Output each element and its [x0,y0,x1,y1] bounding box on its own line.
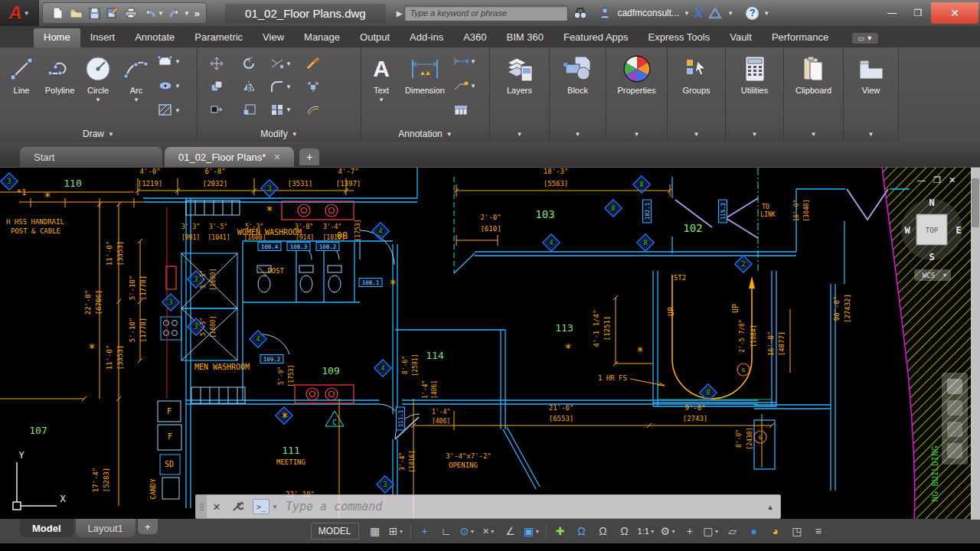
open-file-icon[interactable] [69,6,83,20]
dimension-dropdown-icon[interactable]: ▼ [470,58,476,65]
polyline-button[interactable]: Polyline [41,51,78,122]
ribbon-tab-featured-apps[interactable]: Featured Apps [554,28,639,47]
clipboard-button[interactable]: Clipboard [789,51,839,122]
annotation-monitor-icon[interactable]: + [680,523,700,540]
search-collapse-icon[interactable]: ▶ [397,9,403,18]
ribbon-tab-output[interactable]: Output [350,28,400,47]
properties-button[interactable]: Properties [609,51,664,122]
offset-icon[interactable] [306,103,320,116]
help-icon[interactable]: ? [746,7,759,20]
command-line[interactable]: ⣿ ✕ >_ ▼ Type a command ▲ [195,494,781,519]
ribbon-tab-vault[interactable]: Vault [720,28,762,47]
viewcube-top-label[interactable]: TOP [926,227,939,234]
panel-title-modify[interactable]: Modify▼ [198,126,361,142]
viewcube-north[interactable]: N [929,197,934,208]
application-menu-button[interactable]: A ▼ [0,0,39,26]
command-line-wrench-icon[interactable] [227,495,248,518]
mirror-icon[interactable] [242,80,256,93]
panel-title-properties[interactable]: ▼ [606,126,667,142]
ribbon-tab-bim-360[interactable]: BIM 360 [497,28,554,47]
file-tab-drawing[interactable]: 01_02_Floor Plans*✕ [165,147,294,167]
circle-dropdown-icon[interactable]: ▼ [95,96,101,103]
isodraft-icon[interactable]: ×▼ [479,523,499,540]
search-binoculars-icon[interactable] [573,5,588,21]
text-button[interactable]: A Text ▼ [364,51,398,122]
annotation-scale-value[interactable]: 1:1▼ [636,523,657,540]
workspace-gear-icon[interactable]: ⚙▼ [658,523,678,540]
leader-dropdown-icon[interactable]: ▼ [470,83,476,90]
panel-title-layers[interactable]: ▼ [490,126,549,142]
exchange-apps-icon[interactable]: X [694,5,703,21]
ribbon-tab-view[interactable]: View [253,28,294,47]
utilities-button[interactable]: Utilities [730,51,779,122]
redo-icon[interactable] [168,6,182,20]
wcs-label[interactable]: WCS [923,272,935,279]
dimension-button[interactable]: Dimension [400,51,450,122]
panel-title-view[interactable]: ▼ [844,126,898,142]
groups-button[interactable]: Groups [672,51,721,122]
stretch-icon[interactable] [210,104,224,115]
scale-icon[interactable] [242,103,256,116]
ellipse-icon[interactable] [158,78,173,93]
undo-icon[interactable] [142,6,156,20]
file-tab-start[interactable]: Start [20,147,162,167]
trim-icon[interactable]: ▼ [270,58,292,69]
ribbon-tab-express-tools[interactable]: Express Tools [639,28,720,47]
performance-analyzer-icon[interactable]: ◕ [766,523,786,540]
save-as-icon[interactable] [106,6,119,20]
viewport-minimize-icon[interactable]: — [917,175,926,185]
undo-dropdown-icon[interactable]: ▼ [158,10,164,17]
ortho-icon[interactable]: ∟ [436,523,456,540]
search-input[interactable]: Type a keyword or phrase [404,5,568,21]
new-file-icon[interactable] [51,6,64,20]
array-icon[interactable]: ▼ [270,103,292,116]
ribbon-tab-insert[interactable]: Insert [80,28,126,47]
floor-plan-drawing[interactable]: 108.4108.3108.2108.1109.2111.1102.1115.2… [0,168,980,520]
grid-icon[interactable]: ▦ [365,523,385,540]
viewcube-east[interactable]: E [956,225,961,236]
ribbon-tab-home[interactable]: Home [34,28,80,47]
sign-in-area[interactable]: cadfmconsult... ▼ X ▼ ? ▼ [597,5,769,21]
ribbon-tab-performance[interactable]: Performance [762,28,838,47]
polar-tracking-icon[interactable]: ⊙▼ [458,523,478,540]
fillet-icon[interactable]: ▼ [270,80,292,93]
model-space-toggle[interactable]: MODEL [311,523,359,540]
chevron-down-icon[interactable]: ▼ [650,529,655,534]
snap-icon[interactable]: ⊞▼ [387,523,407,540]
isolate-objects-icon[interactable]: ▱ [723,523,743,540]
arc-button[interactable]: Arc ▼ [118,51,155,122]
table-icon[interactable] [453,103,469,118]
panel-title-groups[interactable]: ▼ [668,126,725,142]
plot-icon[interactable] [124,6,138,20]
ribbon-tab-parametric[interactable]: Parametric [185,28,253,47]
leader-icon[interactable] [453,78,469,93]
ribbon-tab-a360[interactable]: A360 [453,28,496,47]
chevron-down-icon[interactable]: ▼ [469,529,475,534]
lineweight-icon[interactable]: ✚ [550,523,570,540]
new-drawing-tab-button[interactable]: + [299,148,319,165]
restore-button[interactable]: ❐ [905,3,931,23]
new-layout-button[interactable]: + [138,519,158,534]
drawing-canvas[interactable]: 108.4108.3108.2108.1109.2111.1102.1115.2… [0,167,980,520]
rectangle-dropdown-icon[interactable]: ▼ [175,58,181,65]
circle-button[interactable]: Circle ▼ [80,51,116,122]
signin-username[interactable]: cadfmconsult... [617,8,679,18]
canvas-scrollbar[interactable] [971,168,980,520]
scrollbar-thumb[interactable] [972,178,979,227]
hatch-icon[interactable] [158,103,173,118]
close-button[interactable]: ✕ [931,2,978,24]
dynamic-input-icon[interactable]: + [415,523,435,540]
viewport-restore-icon[interactable]: ❐ [933,175,941,185]
clean-screen-icon[interactable]: ◳ [787,523,807,540]
panel-title-clipboard[interactable]: ▼ [784,126,843,142]
panel-title-block[interactable]: ▼ [550,126,606,142]
help-dropdown-icon[interactable]: ▼ [763,10,769,17]
chevron-down-icon[interactable]: ▼ [398,529,403,534]
command-dropdown-icon[interactable]: ▼ [272,504,278,510]
chevron-down-icon[interactable]: ▼ [534,529,540,534]
minimize-button[interactable]: — [879,3,905,23]
line-button[interactable]: Line [3,51,40,122]
chevron-down-icon[interactable]: ▼ [490,529,495,534]
command-line-grip[interactable]: ⣿ [196,495,207,518]
viewcube-south[interactable]: S [929,252,934,262]
